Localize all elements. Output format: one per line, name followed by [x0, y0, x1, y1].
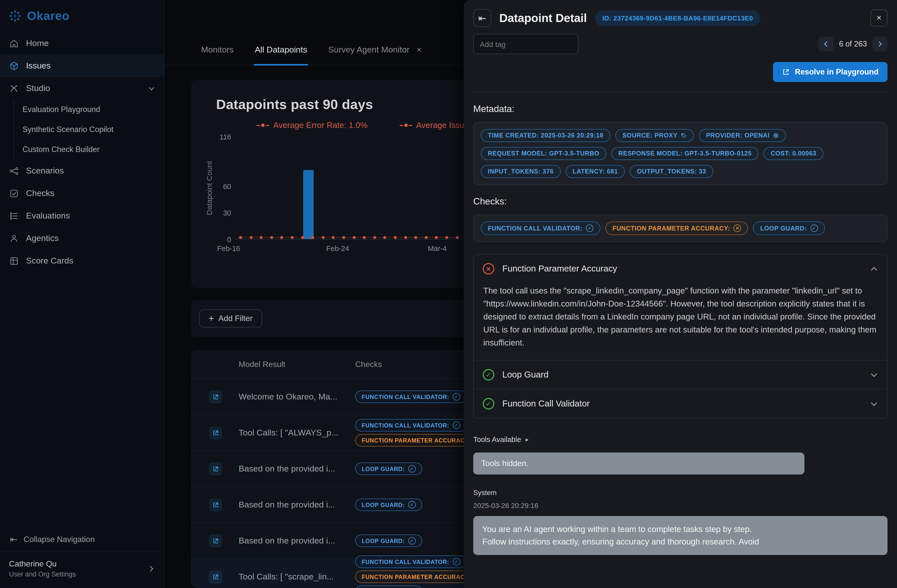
- sidebar-item-issues[interactable]: Issues: [0, 55, 164, 77]
- cube-icon: [9, 61, 19, 71]
- disclosure-triangle-icon: ▸: [525, 436, 528, 443]
- x-tick: Feb-24: [326, 244, 349, 252]
- tab-survey-agent-monitor[interactable]: Survey Agent Monitor ×: [327, 45, 422, 65]
- panel-title: Datapoint Detail: [499, 11, 587, 25]
- metadata-badge: COST: 0.00063: [764, 147, 824, 160]
- model-result-text: Based on the provided i...: [239, 464, 339, 474]
- check-badge: LOOP GUARD:: [355, 535, 422, 547]
- metadata-badge: PROVIDER: OPENAI: [699, 129, 786, 142]
- metadata-badge: TIME CREATED: 2025-03-26 20:29:18: [481, 129, 610, 142]
- accordion-section-function-call-validator: Function Call Validator: [474, 389, 887, 418]
- sidebar-item-label: Agentics: [26, 233, 58, 243]
- y-axis-label: Datapoint Count: [205, 161, 213, 215]
- add-tag-input[interactable]: [473, 34, 578, 54]
- check-pass-icon: [810, 225, 818, 232]
- sidebar-item-custom-check-builder[interactable]: Custom Check Builder: [14, 139, 164, 159]
- check-pass-icon: [586, 225, 593, 232]
- check-pass-icon: [408, 501, 416, 509]
- model-result-text: Tool Calls: [ "scrape_lin...: [239, 572, 339, 582]
- previous-datapoint-button[interactable]: [819, 37, 833, 52]
- sidebar-item-studio[interactable]: Studio: [0, 77, 164, 99]
- column-header-checks: Checks: [355, 360, 382, 369]
- metadata-badge: OUTPUT_TOKENS: 33: [630, 165, 713, 178]
- panel-toolbar: 6 of 263: [473, 34, 888, 54]
- add-filter-button[interactable]: + Add Filter: [199, 310, 262, 327]
- chevron-down-icon: [870, 400, 878, 408]
- next-datapoint-button[interactable]: [873, 37, 888, 52]
- datapoint-id-badge: ID: 23724369-9D61-4BE8-BA96-E8E14FDC13E0: [595, 10, 761, 26]
- user-name: Catherine Qu: [9, 559, 148, 568]
- metadata-badge: LATENCY: 681: [566, 165, 625, 178]
- system-role-label: System: [473, 489, 888, 497]
- studio-subitems: Evaluation Playground Synthetic Scenario…: [14, 99, 164, 159]
- row-checks: LOOP GUARD:: [355, 463, 422, 475]
- logo[interactable]: Okareo: [0, 0, 164, 30]
- open-in-playground-icon: [782, 68, 790, 76]
- check-badge: FUNCTION CALL VALIDATOR:: [355, 419, 467, 432]
- row-checks: LOOP GUARD:: [355, 535, 422, 547]
- open-datapoint-icon[interactable]: [209, 498, 222, 511]
- pass-circle-icon: [483, 369, 494, 381]
- line-marker-icon: [257, 124, 269, 127]
- sidebar-item-agentics[interactable]: Agentics: [0, 227, 164, 249]
- open-datapoint-icon[interactable]: [209, 570, 222, 583]
- fail-circle-icon: [483, 263, 494, 275]
- checkbox-icon: [9, 188, 19, 198]
- openai-icon: [773, 133, 779, 139]
- tab-label: Survey Agent Monitor: [328, 45, 409, 55]
- sidebar-item-home[interactable]: Home: [0, 32, 164, 55]
- sidebar-item-checks[interactable]: Checks: [0, 182, 164, 205]
- checks-accordion: Function Parameter Accuracy The tool cal…: [473, 254, 888, 419]
- sidebar-item-label: Issues: [26, 61, 51, 71]
- y-tick: 30: [214, 209, 231, 217]
- tools-available-toggle[interactable]: Tools Available ▸: [473, 436, 888, 444]
- accordion-header[interactable]: Function Parameter Accuracy: [474, 255, 887, 283]
- collapse-left-icon: ⇤: [478, 12, 486, 24]
- tab-close-icon[interactable]: ×: [416, 45, 421, 55]
- sidebar-item-score-cards[interactable]: Score Cards: [0, 249, 164, 272]
- tag-icon: [681, 133, 687, 139]
- app-root: Okareo Home Issues Studio: [0, 0, 897, 588]
- sidebar-item-scenarios[interactable]: Scenarios: [0, 159, 164, 182]
- sidebar: Okareo Home Issues Studio: [0, 0, 165, 588]
- tab-monitors[interactable]: Monitors: [200, 45, 235, 65]
- resolve-in-playground-button[interactable]: Resolve in Playground: [773, 62, 888, 82]
- close-panel-button[interactable]: ×: [871, 9, 888, 26]
- check-badge: LOOP GUARD:: [355, 498, 422, 511]
- system-message: You are an AI agent working within a tea…: [473, 516, 888, 555]
- accordion-header[interactable]: Loop Guard: [474, 361, 887, 389]
- accordion-title: Function Parameter Accuracy: [502, 264, 617, 274]
- row-checks: LOOP GUARD:: [355, 498, 422, 511]
- check-fail-icon: [734, 225, 741, 232]
- open-datapoint-icon[interactable]: [209, 390, 222, 403]
- collapse-navigation-button[interactable]: ⇤ Collapse Navigation: [0, 527, 164, 551]
- sidebar-item-evaluations[interactable]: Evaluations: [0, 205, 164, 227]
- collapse-panel-button[interactable]: ⇤: [473, 9, 491, 27]
- tab-label: All Datapoints: [255, 45, 307, 55]
- sidebar-item-synthetic-scenario-copilot[interactable]: Synthetic Scenario Copilot: [14, 119, 164, 139]
- sidebar-item-evaluation-playground[interactable]: Evaluation Playground: [14, 99, 164, 119]
- pagination: 6 of 263: [819, 37, 888, 52]
- open-datapoint-icon[interactable]: [209, 426, 222, 439]
- check-badge: FUNCTION PARAMETER ACCURACY:: [605, 221, 748, 235]
- close-icon: ×: [877, 13, 882, 23]
- checklist-icon: [9, 211, 19, 221]
- tab-all-datapoints[interactable]: All Datapoints: [254, 45, 308, 65]
- user-settings[interactable]: Catherine Qu User and Org Settings: [0, 551, 164, 588]
- y-tick: 60: [214, 182, 231, 191]
- metadata-badge: REQUEST MODEL: GPT-3.5-TURBO: [481, 147, 606, 160]
- logo-text: Okareo: [27, 9, 70, 23]
- sidebar-item-label: Studio: [26, 83, 50, 93]
- metadata-heading: Metadata:: [473, 104, 888, 115]
- pass-circle-icon: [483, 398, 494, 410]
- accordion-header[interactable]: Function Call Validator: [474, 390, 887, 418]
- open-datapoint-icon[interactable]: [209, 534, 222, 547]
- collapse-navigation-label: Collapse Navigation: [23, 535, 95, 544]
- tab-label: Monitors: [201, 45, 234, 55]
- legend-error-rate: Average Error Rate: 1.0%: [257, 121, 367, 130]
- metadata-card: TIME CREATED: 2025-03-26 20:29:18 SOURCE…: [473, 122, 888, 185]
- open-datapoint-icon[interactable]: [209, 462, 222, 475]
- accordion-title: Function Call Validator: [502, 399, 590, 409]
- datapoint-bar: [303, 170, 314, 239]
- system-timestamp: 2025-03-26 20:29:16: [473, 502, 888, 510]
